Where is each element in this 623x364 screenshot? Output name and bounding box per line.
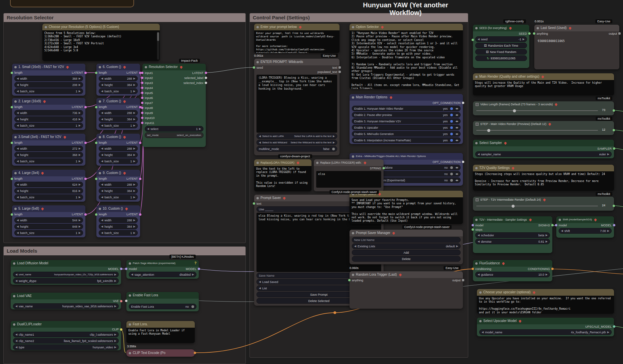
replace-textarea[interactable]: elsa (316, 171, 381, 188)
batch-widget[interactable]: ◀batch_size1▶ (99, 158, 138, 164)
dual-clip-loader-node[interactable]: DualCLIPLoader CLIP ◀clip_name1clip_l.sa… (11, 321, 121, 350)
model-input-slot[interactable] (472, 224, 474, 226)
note-body[interactable]: Enable Fast Lora in Model Loader if usin… (126, 328, 195, 343)
note-main-render-quality[interactable]: Main Render (Quality and other settings)… (473, 73, 614, 95)
slider-track[interactable] (476, 130, 598, 131)
note-body[interactable]: 1) "Hunyuan Main Video Render" must enab… (350, 30, 463, 89)
input-slot[interactable] (11, 178, 13, 180)
latent-node-6[interactable]: 6. Custom () lengthLATENT ◀width288▶ ◀he… (96, 64, 140, 96)
collapse-icon[interactable] (475, 27, 478, 29)
height-widget[interactable]: ◀height208▶ (14, 82, 83, 88)
step-main-slider-node[interactable]: STEP - Main Video Render (Preview) (Defa… (473, 121, 614, 135)
latent-node-3[interactable]: 3.Small (3x4) - FAST for V2V lengthLATEN… (12, 134, 85, 166)
load-diffusion-model-node[interactable]: Load Diffusion Model MODEL ◀unet_namehun… (11, 260, 121, 285)
collapse-icon[interactable] (14, 136, 17, 138)
denoise-widget[interactable]: ◀denoise0.81▶ (475, 239, 550, 244)
width-widget[interactable]: ◀width736▶ (14, 110, 83, 116)
steps-input-slot[interactable] (472, 228, 474, 231)
collapse-icon[interactable] (45, 26, 47, 28)
output-slot[interactable] (613, 205, 615, 207)
input-slot[interactable] (95, 106, 97, 108)
output-slot[interactable] (551, 268, 554, 270)
collapse-icon[interactable] (479, 320, 482, 322)
collapse-icon[interactable] (475, 76, 478, 78)
sel-mode-widget[interactable]: sel_modeselect_on_execution (145, 132, 203, 138)
height-widget[interactable]: ◀height384▶ (99, 82, 138, 88)
collapse-icon[interactable] (99, 100, 101, 103)
mute-arrows-icon[interactable]: ◀▶ (455, 133, 458, 135)
mute-arrows-icon[interactable]: ◀▶ (455, 114, 458, 116)
toggle-interpolation[interactable]: Enable 6. Interpolation (increase FrameR… (352, 137, 461, 143)
width-widget[interactable]: ◀width544▶ (14, 217, 83, 223)
height-widget[interactable]: ◀height368▶ (14, 152, 83, 158)
mute-arrows-icon[interactable]: ◀▶ (455, 107, 458, 110)
collapse-icon[interactable] (129, 323, 131, 326)
seed-widget[interactable]: ◀seed-1▶ (475, 36, 527, 42)
collapse-icon[interactable] (352, 96, 354, 99)
input-slot[interactable] (141, 72, 143, 74)
note-body[interactable]: Save and Load your favorite Prompts. ** … (350, 197, 463, 224)
input-slot[interactable] (11, 106, 13, 108)
toggle-main-render[interactable]: Enable 1. Hunyuan Main Video Renderyes◀▶ (352, 106, 461, 111)
note-replace-trigger[interactable]: Replace(LORA-TRIGGER) Use the text to th… (254, 159, 312, 191)
height-widget[interactable]: ◀height384▶ (99, 116, 138, 122)
input-slot[interactable] (95, 213, 97, 216)
output-slot[interactable] (194, 352, 196, 354)
height-widget[interactable]: ◀height384▶ (99, 224, 138, 229)
output-slot[interactable] (462, 161, 464, 163)
new-fixed-random-button[interactable]: ⚄New Fixed Random (475, 49, 527, 55)
collapse-icon[interactable] (256, 197, 259, 199)
input-slot[interactable] (125, 300, 127, 302)
collapse-icon[interactable] (145, 66, 147, 68)
latent-node-8[interactable]: 8. Custom () lengthLATENT ◀width288▶ ◀he… (96, 134, 140, 166)
input-slot[interactable] (95, 178, 97, 180)
latent-node-1[interactable]: 1. Small (16x9) - FAST for V2V lengthLAT… (12, 64, 85, 96)
enter-prompt-node[interactable]: ENTER PROMPT: Wildcards seedtext populat… (254, 59, 340, 155)
shift-node[interactable]: Shift (modelSampleSD3) modelMODEL ◀shift… (556, 216, 614, 238)
sage-attention-widget[interactable]: ◀sage_attentiondisabled▶ (129, 272, 196, 277)
collapse-icon[interactable] (352, 155, 354, 158)
width-widget[interactable]: ◀width288▶ (99, 146, 138, 151)
resolution-selector-node[interactable]: Resolution Selector input1LATENT input2s… (142, 64, 206, 147)
help-icon[interactable]: ? (194, 260, 196, 267)
collapse-icon[interactable] (475, 167, 478, 169)
seed-node[interactable]: SEED (for everything) SEED ◀seed-1▶ ⚄Ran… (473, 25, 529, 68)
collapse-icon[interactable] (352, 232, 354, 234)
width-widget[interactable]: ◀width288▶ (99, 217, 138, 223)
last-seed-button[interactable]: ↻930801800011065 (475, 55, 527, 61)
clip-name2-widget[interactable]: ◀clip_name2llava_llama3_fp8_scaled.safet… (13, 338, 119, 344)
collapse-icon[interactable] (129, 262, 131, 265)
type-widget[interactable]: ◀typehunyuan_video▶ (13, 344, 119, 350)
anything-input-slot[interactable] (348, 279, 351, 281)
unet-name-widget[interactable]: ◀unet_namehunyuan\hunyuan_video_t2v_720p… (13, 272, 119, 277)
note-enter-prompt[interactable]: Enter your prompt below Enter your promp… (254, 24, 340, 53)
latent-node-4[interactable]: 4. Large (3x4) lengthLATENT ◀width624▶ ◀… (12, 170, 85, 202)
width-widget[interactable]: ◀width368▶ (14, 76, 83, 81)
latent-node-2[interactable]: 2. Large (16x9) lengthLATENT ◀width736▶ … (12, 98, 85, 130)
output-slot[interactable] (205, 77, 207, 79)
collapse-icon[interactable] (99, 172, 101, 174)
toggle-mmaudio[interactable]: Enable 5. MMAudio Generationyes◀▶ (352, 131, 461, 137)
latent-node-7[interactable]: 7. Custom () lengthLATENT ◀width288▶ ◀he… (96, 98, 140, 130)
select-widget[interactable]: ◀select1▶ (145, 126, 203, 132)
height-widget[interactable]: ◀height848▶ (14, 224, 83, 229)
collapse-icon[interactable] (256, 162, 259, 164)
mute-arrows-icon[interactable]: ◀▶ (455, 120, 458, 123)
sampler-name-widget[interactable]: ◀sampler_nameeuler▶ (475, 151, 612, 157)
output-slot[interactable] (613, 129, 615, 131)
text-input-slot[interactable] (253, 202, 255, 205)
collapse-icon[interactable] (352, 26, 354, 28)
t2v-sampler-settings-node[interactable]: T2V - Intermediate - Sampler Settings mo… (473, 216, 552, 253)
slider-handle[interactable] (513, 109, 516, 112)
randomize-button[interactable]: ⚄Randomize Each Time (475, 43, 527, 48)
collapse-icon[interactable] (14, 208, 17, 210)
mute-arrows-icon[interactable]: ◀▶ (455, 126, 458, 129)
replace-with-node[interactable]: Replace (LORA-TRIGGER) with: STRING elsa (314, 159, 384, 191)
note-option-selector[interactable]: Option Selector 1) "Hunyuan Main Video R… (350, 24, 463, 89)
patch-sage-attention-node[interactable]: Patch Sage Attention (experimental)? mod… (126, 260, 199, 279)
prompt-textarea[interactable]: (LORA-TRIGGER) Blowing a Kiss, wearing a… (256, 75, 337, 133)
latent-node-10[interactable]: 10. Custom () lengthLATENT ◀width288▶ ◀h… (96, 205, 140, 237)
width-widget[interactable]: ◀width288▶ (99, 182, 138, 187)
conditioning-input-slot[interactable] (472, 268, 474, 270)
mute-arrows-icon[interactable]: ◀▶ (455, 166, 458, 169)
